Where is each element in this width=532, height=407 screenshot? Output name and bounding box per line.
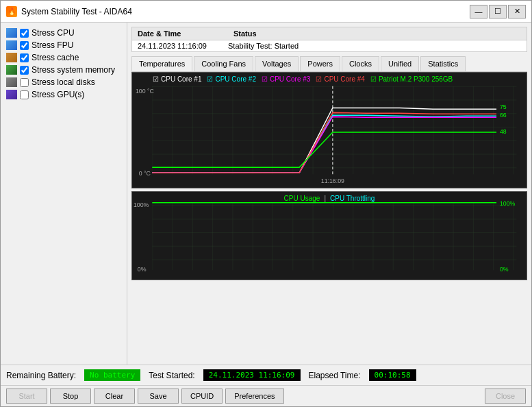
stress-gpu-item: Stress GPU(s) <box>6 90 121 99</box>
cpu-usage-chart: CPU Usage | CPU Throttling 100% 0% <box>131 191 527 280</box>
title-bar-left: 🔥 System Stability Test - AIDA64 <box>6 6 132 17</box>
started-label: Test Started: <box>149 371 194 380</box>
left-panel: Stress CPU Stress FPU Stress cache Stres… <box>1 23 127 365</box>
legend-ssd-label: Patriot M.2 P300 256GB <box>379 75 453 83</box>
svg-text:0 °C: 0 °C <box>139 170 151 177</box>
stress-gpu-label: Stress GPU(s) <box>31 90 84 99</box>
start-button[interactable]: Start <box>6 388 47 404</box>
svg-text:0%: 0% <box>500 266 509 273</box>
stress-disk-item: Stress local disks <box>6 77 121 87</box>
gpu-icon <box>6 90 17 99</box>
svg-text:66: 66 <box>500 112 507 119</box>
started-value: 24.11.2023 11:16:09 <box>203 369 301 381</box>
legend-core1: ☑ CPU Core #1 <box>153 75 201 83</box>
title-bar: 🔥 System Stability Test - AIDA64 — ☐ ✕ <box>1 1 531 23</box>
stress-fpu-label: Stress FPU <box>31 40 73 50</box>
save-button[interactable]: Save <box>138 388 179 404</box>
svg-text:11:16:09: 11:16:09 <box>321 177 344 184</box>
stress-gpu-checkbox[interactable] <box>20 90 29 99</box>
spacer <box>287 388 482 404</box>
temperature-chart: ☑ CPU Core #1 ☑ CPU Core #2 ☑ CPU Core #… <box>131 72 527 188</box>
legend-core4-label: CPU Core #4 <box>324 75 364 83</box>
cpu-throttling-title: CPU Throttling <box>330 195 375 202</box>
charts-area: ☑ CPU Core #1 ☑ CPU Core #2 ☑ CPU Core #… <box>131 72 527 360</box>
status-header: Status <box>228 27 527 40</box>
legend-core2: ☑ CPU Core #2 <box>207 75 255 83</box>
cache-icon <box>6 53 17 62</box>
elapsed-label: Elapsed Time: <box>309 371 361 380</box>
close-button[interactable]: Close <box>485 388 526 404</box>
legend-core3-label: CPU Core #3 <box>270 75 310 83</box>
svg-text:100 °C: 100 °C <box>136 88 155 95</box>
stress-cache-label: Stress cache <box>31 53 79 62</box>
app-icon: 🔥 <box>6 6 17 17</box>
cpu-usage-title: CPU Usage <box>284 195 320 202</box>
elapsed-value: 00:10:58 <box>369 369 416 381</box>
legend-core3: ☑ CPU Core #3 <box>262 75 310 83</box>
minimize-button[interactable]: — <box>470 5 487 18</box>
svg-text:0%: 0% <box>138 266 147 273</box>
memory-icon <box>6 65 17 75</box>
datetime-header: Date & Time <box>132 27 228 40</box>
stress-disk-checkbox[interactable] <box>20 78 29 87</box>
battery-value: No battery <box>84 369 140 381</box>
tab-unified[interactable]: Unified <box>381 56 419 71</box>
stress-cache-checkbox[interactable] <box>20 53 29 62</box>
tab-bar: Temperatures Cooling Fans Voltages Power… <box>131 56 527 72</box>
stress-cpu-item: Stress CPU <box>6 28 121 38</box>
tab-clocks[interactable]: Clocks <box>342 56 379 71</box>
legend-core1-label: CPU Core #1 <box>161 75 201 83</box>
svg-rect-0 <box>152 86 516 174</box>
datetime-value: 24.11.2023 11:16:09 <box>138 42 228 50</box>
stop-button[interactable]: Stop <box>50 388 91 404</box>
tab-temperatures[interactable]: Temperatures <box>131 56 192 71</box>
chart-legend: ☑ CPU Core #1 ☑ CPU Core #2 ☑ CPU Core #… <box>153 75 524 83</box>
disk-icon <box>6 77 17 87</box>
cpu-icon <box>6 28 17 38</box>
info-table: Date & Time Status 24.11.2023 11:16:09 S… <box>131 27 527 52</box>
stress-memory-label: Stress system memory <box>31 65 115 75</box>
status-bar: Remaining Battery: No battery Test Start… <box>1 365 531 385</box>
preferences-button[interactable]: Preferences <box>225 388 283 404</box>
right-panel: Date & Time Status 24.11.2023 11:16:09 S… <box>127 23 531 365</box>
maximize-button[interactable]: ☐ <box>489 5 507 18</box>
info-table-header: Date & Time Status <box>132 27 527 40</box>
main-window: 🔥 System Stability Test - AIDA64 — ☐ ✕ S… <box>0 0 532 407</box>
main-content: Stress CPU Stress FPU Stress cache Stres… <box>1 23 531 365</box>
info-table-row: 24.11.2023 11:16:09 Stability Test: Star… <box>132 40 527 51</box>
clear-button[interactable]: Clear <box>94 388 135 404</box>
stress-fpu-item: Stress FPU <box>6 40 121 50</box>
stress-memory-checkbox[interactable] <box>20 66 29 75</box>
stress-cache-item: Stress cache <box>6 53 121 62</box>
fpu-icon <box>6 40 17 50</box>
stress-options: Stress CPU Stress FPU Stress cache Stres… <box>6 28 121 99</box>
status-value: Stability Test: Started <box>228 42 521 50</box>
legend-ssd: ☑ Patriot M.2 P300 256GB <box>370 75 453 83</box>
tab-cooling[interactable]: Cooling Fans <box>194 56 253 71</box>
stress-fpu-checkbox[interactable] <box>20 41 29 50</box>
tab-statistics[interactable]: Statistics <box>420 56 466 71</box>
svg-text:48: 48 <box>500 128 507 135</box>
stress-memory-item: Stress system memory <box>6 65 121 75</box>
legend-core2-label: CPU Core #2 <box>215 75 255 83</box>
battery-label: Remaining Battery: <box>6 371 76 380</box>
temperature-chart-svg: 100 °C 0 °C 11:16:09 <box>132 73 527 188</box>
close-window-button[interactable]: ✕ <box>508 5 526 18</box>
tab-voltages[interactable]: Voltages <box>255 56 299 71</box>
button-bar: Start Stop Clear Save CPUID Preferences … <box>1 385 531 406</box>
svg-text:100%: 100% <box>500 200 516 207</box>
tab-powers[interactable]: Powers <box>300 56 340 71</box>
cpuid-button[interactable]: CPUID <box>181 388 223 404</box>
svg-text:75: 75 <box>500 103 507 110</box>
title-controls: — ☐ ✕ <box>470 5 526 18</box>
svg-rect-8 <box>152 203 516 270</box>
legend-core4: ☑ CPU Core #4 <box>316 75 364 83</box>
svg-text:100%: 100% <box>134 201 149 208</box>
stress-cpu-checkbox[interactable] <box>20 29 29 38</box>
stress-cpu-label: Stress CPU <box>31 28 75 38</box>
cpu-usage-chart-svg: 100% 0% 100% 0% <box>132 192 527 280</box>
stress-disk-label: Stress local disks <box>31 77 95 87</box>
window-title: System Stability Test - AIDA64 <box>21 7 132 16</box>
